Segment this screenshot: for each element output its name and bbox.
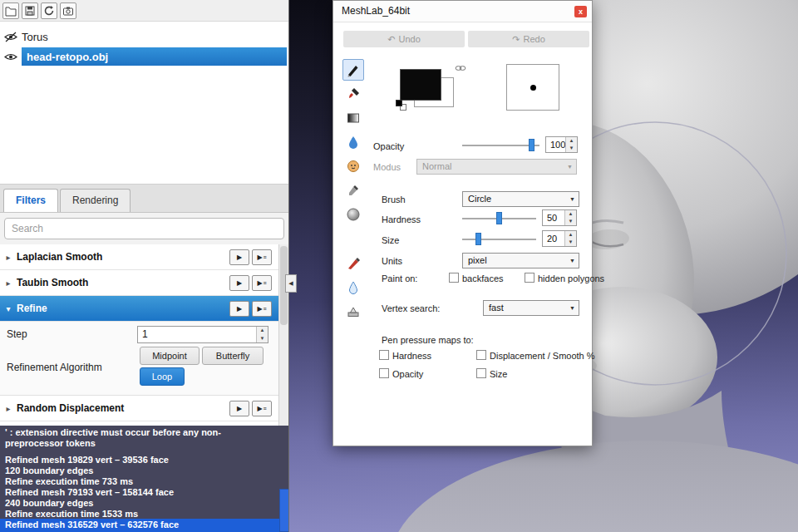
panel-collapse-handle[interactable]: ◀	[285, 274, 297, 293]
paint-pen-tool-button[interactable]	[342, 59, 364, 81]
opacity-slider[interactable]	[462, 139, 539, 151]
gradient-tool-button[interactable]	[342, 107, 364, 129]
filter-dialog-button[interactable]: ▶≡	[252, 301, 272, 317]
vertex-search-dropdown[interactable]: fast ▼	[483, 300, 579, 316]
spin-up-icon[interactable]: ▲	[565, 210, 576, 218]
size-value[interactable]: 20	[547, 231, 557, 247]
tab-filters[interactable]: Filters	[3, 189, 58, 212]
size-label: Size	[382, 235, 399, 245]
paint-brush-tool-button[interactable]	[342, 83, 364, 105]
filter-list-scrollbar[interactable]	[278, 244, 288, 426]
sculpt-brush-tool-button[interactable]	[342, 253, 364, 274]
redo-button[interactable]: ↷ Redo	[468, 31, 589, 47]
backfaces-checkbox[interactable]	[449, 273, 459, 283]
step-value[interactable]: 1	[142, 327, 148, 342]
spinner-arrows[interactable]: ▲▼	[565, 137, 577, 152]
spin-up-icon[interactable]: ▲	[566, 137, 577, 145]
spin-down-icon[interactable]: ▼	[257, 335, 268, 343]
opacity-slider-thumb[interactable]	[529, 139, 534, 151]
log-console: ' : extension directive must occur befor…	[0, 426, 288, 532]
layer-row-head-retopo[interactable]: head-retopo.obj	[0, 47, 288, 66]
left-panel: Torus head-retopo.obj Filters Rendering …	[0, 0, 289, 532]
play-icon: ▶	[237, 305, 242, 313]
close-button[interactable]: x	[574, 6, 587, 17]
apply-filter-button[interactable]: ▶	[229, 249, 249, 265]
default-colors-black-icon[interactable]	[396, 100, 402, 106]
caret-down-icon: ▾	[0, 304, 17, 313]
link-colors-icon[interactable]	[455, 61, 466, 76]
open-file-button[interactable]	[2, 2, 19, 19]
hardness-slider[interactable]	[462, 212, 536, 224]
spinner-arrows[interactable]: ▲▼	[564, 231, 576, 246]
visibility-on-icon[interactable]	[0, 52, 22, 62]
pressure-hardness-checkbox[interactable]	[379, 350, 389, 360]
spinner-arrows[interactable]: ▲ ▼	[256, 327, 268, 342]
tab-rendering[interactable]: Rendering	[60, 189, 131, 212]
filter-dialog-button[interactable]: ▶≡	[252, 401, 272, 416]
filter-row-laplacian-smooth[interactable]: ▸ Laplacian Smooth ▶ ▶≡	[0, 244, 288, 270]
step-spinbox[interactable]: 1 ▲ ▼	[137, 326, 268, 343]
spin-up-icon[interactable]: ▲	[565, 231, 576, 239]
brush-dropdown[interactable]: Circle ▼	[462, 191, 579, 207]
flatten-tool-button[interactable]	[342, 301, 364, 323]
pressure-size-checkbox[interactable]	[476, 368, 486, 378]
spin-down-icon[interactable]: ▼	[566, 145, 577, 152]
visibility-off-icon[interactable]	[0, 32, 22, 42]
options-icon: ≡	[264, 406, 267, 411]
filter-row-taubin-smooth[interactable]: ▸ Taubin Smooth ▶ ▶≡	[0, 270, 288, 296]
filter-dialog-button[interactable]: ▶≡	[252, 249, 272, 265]
layer-row-torus[interactable]: Torus	[0, 27, 288, 46]
size-spinbox[interactable]: 20 ▲▼	[542, 230, 577, 247]
play-icon: ▶	[257, 254, 262, 261]
sphere-icon	[346, 207, 361, 222]
filter-row-refine[interactable]: ▾ Refine ▶ ▶≡	[0, 296, 288, 322]
loop-button[interactable]: Loop	[140, 367, 185, 386]
reload-button[interactable]	[41, 2, 57, 19]
color-picker-tool-button[interactable]	[342, 180, 364, 201]
collapse-left-icon: ◀	[288, 280, 293, 287]
log-line: 240 boundary edges	[5, 498, 288, 509]
hardness-value[interactable]: 50	[547, 210, 557, 226]
filter-name: Taubin Smooth	[17, 277, 88, 288]
hardness-slider-thumb[interactable]	[496, 212, 502, 224]
apply-filter-button[interactable]: ▶	[229, 301, 249, 317]
pressure-displacement-label: Displacement / Smooth %	[490, 351, 595, 361]
opacity-value[interactable]: 100	[550, 137, 565, 153]
spin-up-icon[interactable]: ▲	[257, 327, 268, 335]
fill-tool-button[interactable]	[342, 131, 364, 153]
filter-row-random-displacement[interactable]: ▸ Random Displacement ▶ ▶≡	[0, 396, 288, 421]
spin-down-icon[interactable]: ▼	[565, 239, 576, 246]
filter-dialog-button[interactable]: ▶≡	[252, 275, 272, 291]
play-icon: ▶	[257, 305, 262, 313]
apply-filter-button[interactable]: ▶	[229, 401, 249, 416]
caret-right-icon: ▸	[0, 278, 17, 288]
midpoint-button[interactable]: Midpoint	[140, 347, 200, 365]
log-scrollbar-thumb[interactable]	[279, 489, 288, 532]
hidden-polygons-checkbox[interactable]	[525, 273, 534, 283]
search-input[interactable]	[4, 218, 284, 239]
undo-button[interactable]: ↶ Undo	[343, 31, 465, 47]
mesh-smooth-tool-button[interactable]	[342, 204, 364, 225]
snapshot-button[interactable]	[60, 2, 76, 19]
spinner-arrows[interactable]: ▲▼	[564, 210, 576, 225]
size-slider-thumb[interactable]	[475, 233, 481, 245]
brush-dot	[530, 85, 536, 91]
spin-down-icon[interactable]: ▼	[565, 218, 576, 225]
butterfly-button[interactable]: Butterfly	[202, 347, 264, 365]
pressure-displacement-checkbox[interactable]	[476, 350, 486, 360]
dialog-titlebar[interactable]: MeshLab_64bit	[333, 1, 592, 22]
foreground-color-swatch[interactable]	[400, 69, 441, 101]
log-line: Refined mesh 79193 vert – 158144 face	[5, 487, 288, 498]
units-dropdown[interactable]: pixel ▼	[462, 253, 579, 268]
dropdown-arrow-icon: ▼	[569, 254, 575, 268]
size-slider[interactable]	[462, 233, 536, 245]
pressure-opacity-checkbox[interactable]	[379, 368, 389, 378]
save-file-button[interactable]	[22, 2, 38, 19]
clone-tool-button[interactable]	[342, 155, 364, 177]
apply-filter-button[interactable]: ▶	[229, 275, 249, 291]
selected-layer-bar[interactable]: head-retopo.obj	[22, 47, 287, 66]
water-smooth-tool-button[interactable]	[342, 277, 364, 298]
opacity-spinbox[interactable]: 100 ▲▼	[545, 136, 578, 153]
hardness-spinbox[interactable]: 50 ▲▼	[542, 209, 577, 226]
filter-name: Refine	[17, 303, 47, 314]
